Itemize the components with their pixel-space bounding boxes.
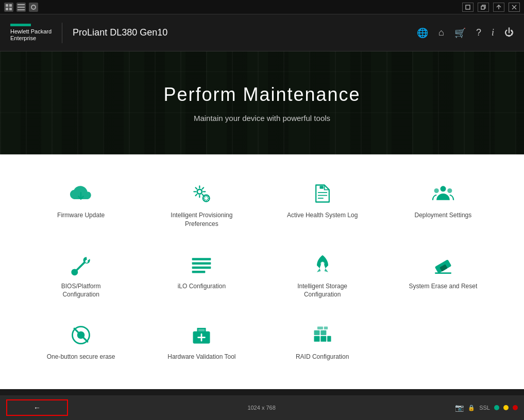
svg-rect-2 [6, 8, 8, 10]
svg-rect-41 [317, 327, 323, 330]
svg-point-12 [197, 189, 202, 194]
svg-rect-23 [192, 266, 211, 269]
hardware-validation-label: Hardware Validation Tool [167, 353, 235, 361]
restore-button[interactable] [478, 3, 489, 12]
system-erase-label: System Erase and Reset [409, 282, 478, 291]
grid-icon [4, 3, 13, 12]
svg-rect-37 [320, 336, 326, 342]
tool-empty-cell [383, 311, 503, 374]
svg-point-7 [31, 5, 36, 9]
svg-rect-5 [18, 7, 25, 8]
title-bar-left [4, 3, 38, 12]
svg-rect-22 [192, 262, 211, 265]
ssl-badge: SSL [479, 405, 490, 411]
svg-rect-38 [327, 336, 331, 342]
lock-icon: 🔒 [468, 405, 475, 411]
svg-rect-9 [481, 6, 484, 9]
main-content: Firmware Update Intelligent Provisioning… [0, 154, 524, 389]
svg-point-20 [447, 188, 452, 193]
svg-rect-21 [192, 258, 211, 260]
svg-rect-8 [466, 5, 470, 9]
eraser-icon [432, 253, 454, 276]
ilo-configuration-label: iLO Configuration [178, 282, 226, 291]
tool-active-health-log[interactable]: Active Health System Log [262, 170, 383, 241]
list-icon [16, 3, 26, 12]
tool-deployment-settings[interactable]: Deployment Settings [383, 170, 503, 241]
window-button[interactable] [462, 3, 474, 12]
block-circle-icon [70, 324, 92, 346]
cart-icon[interactable]: 🛒 [454, 27, 466, 39]
resolution-label: 1024 x 768 [247, 405, 275, 411]
list-lines-icon [190, 253, 213, 276]
back-arrow-icon: ← [33, 404, 41, 412]
wrench-icon [70, 253, 92, 276]
svg-rect-36 [314, 336, 319, 342]
rocket-icon [311, 253, 334, 276]
svg-rect-0 [6, 4, 8, 7]
svg-point-25 [320, 261, 324, 265]
status-red-indicator [513, 405, 518, 410]
deployment-settings-label: Deployment Settings [415, 211, 472, 220]
footer-status: 📷 🔒 SSL [455, 404, 518, 412]
svg-rect-42 [324, 327, 327, 330]
circle-icon [29, 3, 38, 12]
svg-rect-6 [18, 9, 25, 10]
settings-gear-icon [190, 182, 213, 205]
blocks-icon [311, 324, 334, 346]
svg-rect-17 [319, 186, 323, 189]
document-icon [311, 182, 334, 205]
header-nav: 🌐 ⌂ 🛒 ? i ⏻ [417, 27, 514, 39]
status-yellow-indicator [503, 405, 509, 410]
cloud-download-icon [70, 182, 92, 205]
tool-intelligent-provisioning[interactable]: Intelligent Provisioning Preferences [141, 170, 262, 241]
intelligent-storage-label: Intelligent Storage Configuration [286, 282, 359, 300]
tool-firmware-update[interactable]: Firmware Update [21, 170, 141, 241]
svg-rect-3 [9, 8, 12, 10]
raid-configuration-label: RAID Configuration [296, 353, 349, 361]
svg-point-19 [434, 188, 438, 193]
title-bar-right [462, 3, 520, 12]
tool-raid-configuration[interactable]: RAID Configuration [262, 311, 383, 374]
hpe-logo: Hewlett Packard Enterprise [10, 24, 52, 42]
svg-rect-40 [320, 330, 326, 335]
tools-grid: Firmware Update Intelligent Provisioning… [21, 170, 503, 374]
tool-one-button-erase[interactable]: One-button secure erase [21, 311, 141, 374]
header: Hewlett Packard Enterprise ProLiant DL38… [0, 14, 524, 51]
bios-platform-label: BIOS/Platform Configuration [45, 282, 117, 300]
active-health-label: Active Health System Log [287, 211, 358, 220]
header-left: Hewlett Packard Enterprise ProLiant DL38… [10, 23, 167, 43]
users-icon [432, 182, 454, 205]
firmware-update-label: Firmware Update [57, 211, 105, 220]
hero-section: Perform Maintenance Maintain your device… [0, 51, 524, 154]
help-icon[interactable]: ? [476, 27, 481, 38]
info-icon[interactable]: i [492, 27, 494, 38]
server-title: ProLiant DL380 Gen10 [73, 27, 167, 38]
one-button-erase-label: One-button secure erase [47, 353, 115, 361]
globe-icon[interactable]: 🌐 [417, 27, 428, 39]
svg-rect-1 [9, 4, 12, 7]
svg-rect-4 [18, 4, 25, 5]
tool-ilo-configuration[interactable]: iLO Configuration [141, 241, 262, 312]
svg-rect-33 [198, 328, 206, 332]
home-icon[interactable]: ⌂ [438, 27, 444, 38]
close-button[interactable] [509, 3, 520, 12]
tool-bios-platform[interactable]: BIOS/Platform Configuration [21, 241, 141, 312]
tool-system-erase[interactable]: System Erase and Reset [383, 241, 503, 312]
power-icon[interactable]: ⏻ [504, 27, 514, 38]
footer: ← 1024 x 768 📷 🔒 SSL [0, 395, 524, 420]
hero-title: Perform Maintenance [163, 84, 360, 106]
hpe-logo-text: Hewlett Packard Enterprise [10, 28, 52, 42]
hpe-logo-bar [10, 24, 31, 26]
maximize-button[interactable] [493, 3, 504, 12]
intelligent-provisioning-label: Intelligent Provisioning Preferences [165, 211, 238, 229]
status-green-indicator [494, 405, 499, 410]
svg-rect-24 [192, 271, 206, 273]
title-bar [0, 0, 524, 14]
hero-subtitle: Maintain your device with powerful tools [194, 114, 330, 122]
tool-hardware-validation[interactable]: Hardware Validation Tool [141, 311, 262, 374]
camera-icon: 📷 [455, 404, 464, 412]
svg-line-31 [74, 328, 88, 342]
back-button[interactable]: ← [6, 399, 68, 416]
tool-intelligent-storage[interactable]: Intelligent Storage Configuration [262, 241, 383, 312]
svg-point-18 [440, 186, 446, 191]
